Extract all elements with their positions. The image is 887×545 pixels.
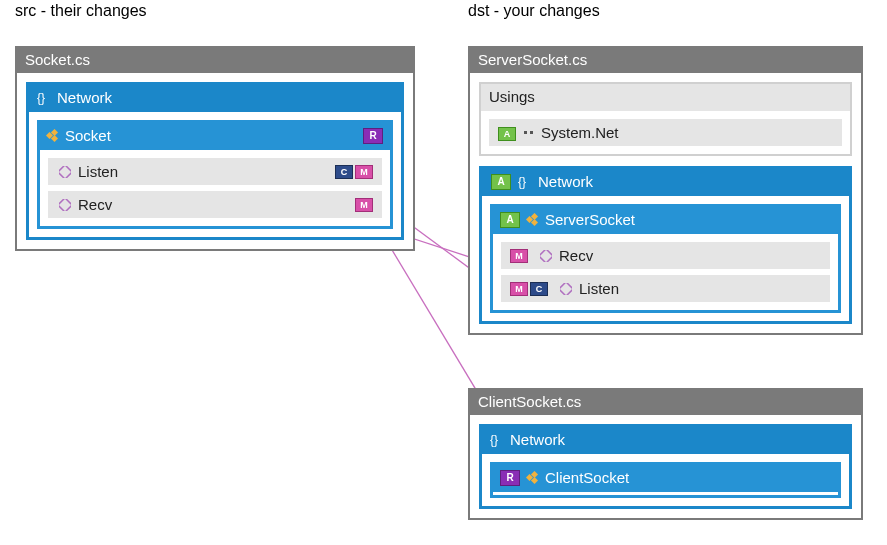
src-member-recv[interactable]: Recv M <box>48 191 382 218</box>
method-icon <box>557 283 575 295</box>
dst-namespace-label: Network <box>538 173 593 190</box>
dst-client-namespace-label: Network <box>510 431 565 448</box>
member-label: Recv <box>559 247 822 264</box>
class-icon <box>46 129 60 143</box>
dst-class-box: A ServerSocket <box>490 204 841 313</box>
using-label: System.Net <box>541 124 834 141</box>
member-badges: M <box>354 198 374 212</box>
method-icon <box>537 250 555 262</box>
badge-m: M <box>510 249 528 263</box>
member-label: Recv <box>78 196 354 213</box>
namespace-icon: {} <box>37 91 51 105</box>
dst-client-namespace-box: {} Network R <box>479 424 852 509</box>
badge-a: A <box>500 212 520 228</box>
dst-client-file-box: ClientSocket.cs {} Network R <box>468 388 863 520</box>
dst-client-file-title: ClientSocket.cs <box>470 390 861 415</box>
dst-member-recv[interactable]: M Recv <box>501 242 830 269</box>
svg-rect-11 <box>560 283 572 295</box>
badge-r: R <box>363 128 383 144</box>
dst-client-class-box: R ClientSocket <box>490 462 841 498</box>
badge-c: C <box>530 282 548 296</box>
member-badges: C M <box>334 165 374 179</box>
dst-client-class-label: ClientSocket <box>545 469 629 486</box>
src-file-box: Socket.cs {} Network <box>15 46 415 251</box>
src-class-box: Socket R Listen C <box>37 120 393 229</box>
badge-m: M <box>355 165 373 179</box>
src-namespace-label: Network <box>57 89 112 106</box>
svg-text:{}: {} <box>490 433 498 447</box>
src-class-label: Socket <box>65 127 111 144</box>
dst-header: dst - your changes <box>468 2 600 20</box>
diagram-canvas: src - their changes dst - your changes S… <box>0 0 887 545</box>
badge-c: C <box>335 165 353 179</box>
member-badges: M C <box>509 282 549 296</box>
dst-namespace-box: A {} Network A <box>479 166 852 324</box>
using-row[interactable]: A System.Net <box>489 119 842 146</box>
src-member-listen[interactable]: Listen C M <box>48 158 382 185</box>
dst-server-file-title: ServerSocket.cs <box>470 48 861 73</box>
namespace-icon: {} <box>490 433 504 447</box>
namespace-icon: {} <box>518 175 532 189</box>
svg-rect-10 <box>540 250 552 262</box>
src-file-title: Socket.cs <box>17 48 413 73</box>
svg-rect-4 <box>59 166 71 178</box>
badge-m: M <box>510 282 528 296</box>
src-namespace-box: {} Network <box>26 82 404 240</box>
badge-m: M <box>355 198 373 212</box>
svg-rect-5 <box>59 199 71 211</box>
badge-r: R <box>500 470 520 486</box>
class-icon <box>526 471 540 485</box>
usings-box: Usings A System.Net <box>479 82 852 156</box>
method-icon <box>56 199 74 211</box>
dst-server-file-box: ServerSocket.cs Usings A System.Net A <box>468 46 863 335</box>
usings-header: Usings <box>481 84 850 111</box>
badge-a: A <box>498 127 516 141</box>
member-badges: M <box>509 249 529 263</box>
member-label: Listen <box>78 163 334 180</box>
method-icon <box>56 166 74 178</box>
dst-member-listen[interactable]: M C Listen <box>501 275 830 302</box>
badge-a: A <box>491 174 511 190</box>
svg-text:{}: {} <box>518 175 526 189</box>
svg-text:{}: {} <box>37 91 45 105</box>
dst-class-label: ServerSocket <box>545 211 635 228</box>
src-header: src - their changes <box>15 2 147 20</box>
using-icon <box>523 129 535 137</box>
member-label: Listen <box>579 280 822 297</box>
class-icon <box>526 213 540 227</box>
